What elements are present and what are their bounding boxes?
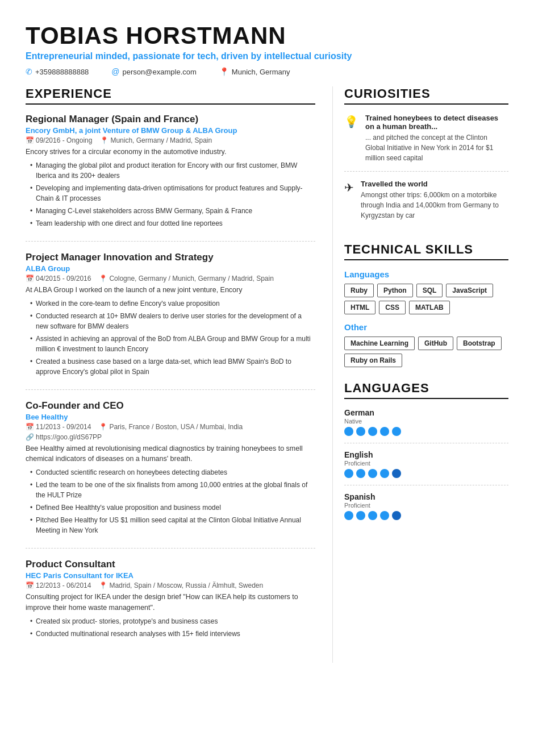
empty-dot	[392, 469, 401, 478]
job-title: Regional Manager (Spain and France)	[26, 114, 315, 125]
filled-dot	[380, 469, 389, 478]
right-column: CURIOSITIES 💡 Trained honeybees to detec…	[332, 86, 508, 663]
filled-dot	[344, 427, 353, 436]
job-bullets: Worked in the core-team to define Encory…	[26, 298, 315, 377]
filled-dot	[380, 511, 389, 520]
link-icon: 🔗	[26, 433, 34, 441]
pin-icon: 📍	[99, 581, 107, 589]
job-location: 📍 Madrid, Spain / Moscow, Russia / Älmhu…	[99, 581, 263, 589]
other-tags: Machine LearningGitHubBootstrapRuby on R…	[344, 337, 508, 367]
languages-section: LANGUAGES German Native English Proficie…	[344, 381, 508, 527]
skill-tag: JavaScript	[446, 284, 493, 297]
language-row: Spanish Proficient	[344, 492, 508, 509]
list-item: Conducted research at 10+ BMW dealers to…	[30, 311, 315, 331]
job-title: Co-Founder and CEO	[26, 400, 315, 412]
language-tags: RubyPythonSQLJavaScriptHTMLCSSMATLAB	[344, 284, 508, 314]
experience-section: EXPERIENCE Regional Manager (Spain and F…	[26, 86, 315, 651]
filled-dot	[368, 469, 377, 478]
list-item: Pitched Bee Healthy for US $1 million se…	[30, 515, 315, 535]
phone-contact: +359888888888	[26, 67, 89, 76]
experience-list: Regional Manager (Spain and France) Enco…	[26, 114, 315, 651]
curiosity-text: ... and pitched the concept at the Clint…	[365, 132, 508, 163]
skill-tag: GitHub	[418, 337, 453, 350]
other-skills-subsection: Other Machine LearningGitHubBootstrapRub…	[344, 322, 508, 367]
location-icon: 📍	[219, 67, 229, 76]
job-date: 📅 12/2013 - 06/2014	[26, 581, 91, 589]
languages-skills-subtitle: Languages	[344, 269, 508, 279]
curiosity-content: Trained honeybees to detect diseases on …	[365, 114, 508, 163]
job-description: Encory strives for a circular economy in…	[26, 147, 315, 157]
language-level: Proficient	[344, 502, 375, 509]
language-item: English Proficient	[344, 450, 508, 485]
filled-dot	[368, 511, 377, 520]
list-item: Developing and implementing data-driven …	[30, 183, 315, 203]
company-name: Bee Healthy	[26, 413, 315, 421]
list-item: Conducted multinational research analyse…	[30, 629, 315, 639]
curiosity-item: 💡 Trained honeybees to detect diseases o…	[344, 114, 508, 172]
curiosity-content: Travelled the world Amongst other trips:…	[361, 180, 508, 221]
company-name: ALBA Group	[26, 264, 315, 273]
language-info: Spanish Proficient	[344, 492, 375, 509]
list-item: Created six product- stories, prototype'…	[30, 616, 315, 626]
pin-icon: 📍	[99, 423, 107, 431]
skill-tag: Machine Learning	[344, 337, 415, 350]
skill-tag: CSS	[379, 301, 406, 314]
email-contact: @ person@example.com	[111, 67, 196, 76]
curiosity-icon: 💡	[344, 115, 358, 163]
job-location: 📍 Paris, France / Boston, USA / Mumbai, …	[99, 423, 243, 431]
skill-tag: SQL	[416, 284, 443, 297]
location-contact: 📍 Munich, Germany	[219, 67, 290, 76]
calendar-icon: 📅	[26, 136, 34, 144]
curiosities-section: CURIOSITIES 💡 Trained honeybees to detec…	[344, 86, 508, 229]
job-title: Product Consultant	[26, 559, 315, 570]
language-item: German Native	[344, 408, 508, 443]
list-item: Team leadership with one direct and four…	[30, 218, 315, 229]
curiosities-title: CURIOSITIES	[344, 86, 508, 105]
company-name: Encory GmbH, a joint Venture of BMW Grou…	[26, 126, 315, 135]
job-bullets: Created six product- stories, prototype'…	[26, 616, 315, 639]
filled-dot	[356, 511, 365, 520]
calendar-icon: 📅	[26, 423, 34, 431]
skill-tag: Python	[377, 284, 413, 297]
technical-skills-title: TECHNICAL SKILLS	[344, 242, 508, 260]
curiosity-text: Amongst other trips: 6,000km on a motorb…	[361, 190, 508, 221]
resume-container: TOBIAS HORSTMANN Entrepreneurial minded,…	[26, 23, 508, 663]
skill-tag: HTML	[344, 301, 376, 314]
list-item: Created a business case based on a large…	[30, 356, 315, 377]
language-row: English Proficient	[344, 450, 508, 467]
language-name: English	[344, 450, 373, 459]
experience-item: Project Manager Innovation and Strategy …	[26, 252, 315, 390]
job-bullets: Conducted scientific research on honeybe…	[26, 467, 315, 535]
list-item: Conducted scientific research on honeybe…	[30, 467, 315, 477]
languages-title: LANGUAGES	[344, 381, 508, 399]
main-layout: EXPERIENCE Regional Manager (Spain and F…	[26, 86, 508, 663]
proficiency-dots	[344, 427, 508, 436]
job-meta: 📅 04/2015 - 09/2016 📍 Cologne, Germany /…	[26, 275, 315, 283]
skill-tag: Bootstrap	[457, 337, 502, 350]
language-item: Spanish Proficient	[344, 492, 508, 527]
list-item: Worked in the core-team to define Encory…	[30, 298, 315, 309]
list-item: Assisted in achieving an approval of the…	[30, 334, 315, 354]
technical-skills-section: TECHNICAL SKILLS Languages RubyPythonSQL…	[344, 242, 508, 367]
language-name: Spanish	[344, 492, 375, 501]
curiosity-title: Travelled the world	[361, 180, 508, 188]
filled-dot	[356, 469, 365, 478]
header: TOBIAS HORSTMANN Entrepreneurial minded,…	[26, 23, 508, 76]
phone-icon	[26, 67, 32, 76]
proficiency-dots	[344, 469, 508, 478]
phone-number: +359888888888	[35, 68, 89, 76]
company-name: HEC Paris Consultant for IKEA	[26, 571, 315, 580]
language-name: German	[344, 408, 374, 417]
job-description: Consulting project for IKEA under the de…	[26, 592, 315, 613]
email-icon: @	[111, 67, 119, 76]
filled-dot	[344, 511, 353, 520]
curiosity-item: ✈ Travelled the world Amongst other trip…	[344, 180, 508, 229]
job-link[interactable]: 🔗 https://goo.gl/dS67PP	[26, 433, 315, 441]
candidate-name: TOBIAS HORSTMANN	[26, 23, 508, 49]
skill-tag: Ruby on Rails	[344, 354, 402, 367]
filled-dot	[368, 427, 377, 436]
filled-dot	[356, 427, 365, 436]
job-description: Bee Healthy aimed at revolutionising med…	[26, 443, 315, 465]
skill-tag: Ruby	[344, 284, 374, 297]
job-meta: 📅 09/2016 - Ongoing 📍 Munich, Germany / …	[26, 136, 315, 144]
